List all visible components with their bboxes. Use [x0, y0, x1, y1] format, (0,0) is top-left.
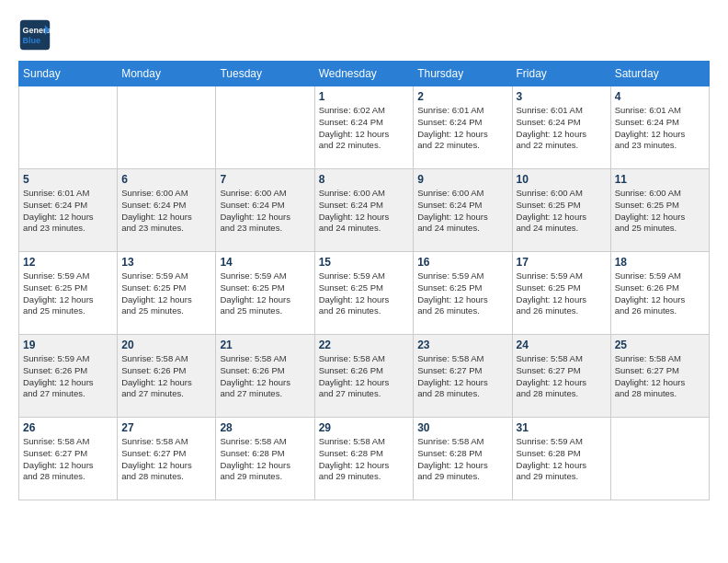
weekday-header-sunday: Sunday	[19, 62, 118, 86]
calendar-cell: 25Sunrise: 5:58 AM Sunset: 6:27 PM Dayli…	[610, 335, 709, 418]
calendar-cell: 5Sunrise: 6:01 AM Sunset: 6:24 PM Daylig…	[19, 169, 118, 252]
day-number: 3	[517, 90, 607, 103]
week-row-3: 12Sunrise: 5:59 AM Sunset: 6:25 PM Dayli…	[19, 252, 710, 335]
day-info: Sunrise: 5:59 AM Sunset: 6:26 PM Dayligh…	[615, 270, 705, 317]
calendar-cell: 23Sunrise: 5:58 AM Sunset: 6:27 PM Dayli…	[414, 335, 512, 418]
day-info: Sunrise: 5:58 AM Sunset: 6:27 PM Dayligh…	[417, 353, 507, 400]
day-number: 12	[23, 256, 113, 269]
calendar-cell: 8Sunrise: 6:00 AM Sunset: 6:24 PM Daylig…	[314, 169, 414, 252]
day-number: 30	[417, 421, 507, 434]
day-number: 10	[517, 173, 607, 186]
day-number: 31	[517, 421, 607, 434]
day-number: 26	[23, 421, 113, 434]
day-number: 18	[615, 256, 705, 269]
weekday-header-thursday: Thursday	[414, 62, 512, 86]
weekday-header-wednesday: Wednesday	[314, 62, 414, 86]
day-number: 4	[615, 90, 705, 103]
calendar-cell: 10Sunrise: 6:00 AM Sunset: 6:25 PM Dayli…	[512, 169, 610, 252]
calendar-cell: 7Sunrise: 6:00 AM Sunset: 6:24 PM Daylig…	[216, 169, 314, 252]
day-number: 9	[417, 173, 507, 186]
day-info: Sunrise: 6:00 AM Sunset: 6:25 PM Dayligh…	[517, 188, 607, 235]
calendar-cell: 11Sunrise: 6:00 AM Sunset: 6:25 PM Dayli…	[610, 169, 709, 252]
calendar-cell: 19Sunrise: 5:59 AM Sunset: 6:26 PM Dayli…	[19, 335, 118, 418]
calendar-cell: 31Sunrise: 5:59 AM Sunset: 6:28 PM Dayli…	[512, 418, 610, 500]
calendar-cell: 26Sunrise: 5:58 AM Sunset: 6:27 PM Dayli…	[19, 418, 118, 500]
day-number: 13	[121, 256, 211, 269]
weekday-header-saturday: Saturday	[610, 62, 709, 86]
calendar-cell: 21Sunrise: 5:58 AM Sunset: 6:26 PM Dayli…	[216, 335, 314, 418]
calendar-cell: 1Sunrise: 6:02 AM Sunset: 6:24 PM Daylig…	[314, 86, 414, 169]
day-number: 11	[615, 173, 705, 186]
day-number: 1	[319, 90, 410, 103]
week-row-2: 5Sunrise: 6:01 AM Sunset: 6:24 PM Daylig…	[19, 169, 710, 252]
calendar-cell: 30Sunrise: 5:58 AM Sunset: 6:28 PM Dayli…	[414, 418, 512, 500]
calendar-cell: 27Sunrise: 5:58 AM Sunset: 6:27 PM Dayli…	[118, 418, 216, 500]
day-info: Sunrise: 5:58 AM Sunset: 6:26 PM Dayligh…	[121, 353, 211, 400]
weekday-header-row: SundayMondayTuesdayWednesdayThursdayFrid…	[19, 62, 710, 86]
day-info: Sunrise: 5:58 AM Sunset: 6:28 PM Dayligh…	[319, 436, 410, 483]
calendar-cell: 2Sunrise: 6:01 AM Sunset: 6:24 PM Daylig…	[414, 86, 512, 169]
day-number: 17	[517, 256, 607, 269]
day-info: Sunrise: 6:00 AM Sunset: 6:24 PM Dayligh…	[417, 188, 507, 235]
day-info: Sunrise: 5:59 AM Sunset: 6:26 PM Dayligh…	[23, 353, 113, 400]
calendar-cell: 17Sunrise: 5:59 AM Sunset: 6:25 PM Dayli…	[512, 252, 610, 335]
day-info: Sunrise: 5:59 AM Sunset: 6:25 PM Dayligh…	[121, 270, 211, 317]
day-number: 16	[417, 256, 507, 269]
week-row-4: 19Sunrise: 5:59 AM Sunset: 6:26 PM Dayli…	[19, 335, 710, 418]
calendar: SundayMondayTuesdayWednesdayThursdayFrid…	[18, 61, 710, 500]
calendar-cell: 18Sunrise: 5:59 AM Sunset: 6:26 PM Dayli…	[610, 252, 709, 335]
calendar-cell	[19, 86, 118, 169]
day-info: Sunrise: 6:00 AM Sunset: 6:24 PM Dayligh…	[220, 188, 310, 235]
day-number: 28	[220, 421, 310, 434]
day-number: 23	[417, 339, 507, 351]
calendar-cell: 12Sunrise: 5:59 AM Sunset: 6:25 PM Dayli…	[19, 252, 118, 335]
calendar-cell: 13Sunrise: 5:59 AM Sunset: 6:25 PM Dayli…	[118, 252, 216, 335]
day-info: Sunrise: 5:59 AM Sunset: 6:25 PM Dayligh…	[220, 270, 310, 317]
calendar-cell: 24Sunrise: 5:58 AM Sunset: 6:27 PM Dayli…	[512, 335, 610, 418]
week-row-1: 1Sunrise: 6:02 AM Sunset: 6:24 PM Daylig…	[19, 86, 710, 169]
day-number: 24	[517, 339, 607, 351]
day-number: 21	[220, 339, 310, 351]
page-header: General Blue	[18, 18, 710, 52]
week-row-5: 26Sunrise: 5:58 AM Sunset: 6:27 PM Dayli…	[19, 418, 710, 500]
calendar-cell	[216, 86, 314, 169]
day-number: 19	[23, 339, 113, 351]
day-info: Sunrise: 5:59 AM Sunset: 6:25 PM Dayligh…	[417, 270, 507, 317]
calendar-cell: 29Sunrise: 5:58 AM Sunset: 6:28 PM Dayli…	[314, 418, 414, 500]
day-info: Sunrise: 5:59 AM Sunset: 6:25 PM Dayligh…	[23, 270, 113, 317]
calendar-cell	[118, 86, 216, 169]
logo-icon: General Blue	[18, 18, 51, 52]
calendar-cell: 20Sunrise: 5:58 AM Sunset: 6:26 PM Dayli…	[118, 335, 216, 418]
day-info: Sunrise: 6:00 AM Sunset: 6:25 PM Dayligh…	[615, 188, 705, 235]
day-number: 25	[615, 339, 705, 351]
calendar-cell: 15Sunrise: 5:59 AM Sunset: 6:25 PM Dayli…	[314, 252, 414, 335]
day-number: 22	[319, 339, 410, 351]
day-number: 27	[121, 421, 211, 434]
day-info: Sunrise: 6:01 AM Sunset: 6:24 PM Dayligh…	[23, 188, 113, 235]
day-number: 29	[319, 421, 410, 434]
day-info: Sunrise: 5:58 AM Sunset: 6:27 PM Dayligh…	[121, 436, 211, 483]
day-number: 15	[319, 256, 410, 269]
calendar-cell: 3Sunrise: 6:01 AM Sunset: 6:24 PM Daylig…	[512, 86, 610, 169]
day-info: Sunrise: 6:01 AM Sunset: 6:24 PM Dayligh…	[517, 105, 607, 152]
calendar-cell: 28Sunrise: 5:58 AM Sunset: 6:28 PM Dayli…	[216, 418, 314, 500]
day-number: 7	[220, 173, 310, 186]
svg-text:Blue: Blue	[23, 36, 41, 45]
day-info: Sunrise: 5:58 AM Sunset: 6:28 PM Dayligh…	[417, 436, 507, 483]
day-info: Sunrise: 5:58 AM Sunset: 6:27 PM Dayligh…	[517, 353, 607, 400]
day-info: Sunrise: 6:02 AM Sunset: 6:24 PM Dayligh…	[319, 105, 410, 152]
day-info: Sunrise: 6:01 AM Sunset: 6:24 PM Dayligh…	[417, 105, 507, 152]
weekday-header-friday: Friday	[512, 62, 610, 86]
day-info: Sunrise: 5:59 AM Sunset: 6:25 PM Dayligh…	[319, 270, 410, 317]
day-number: 6	[121, 173, 211, 186]
calendar-cell	[610, 418, 709, 500]
day-number: 5	[23, 173, 113, 186]
calendar-cell: 14Sunrise: 5:59 AM Sunset: 6:25 PM Dayli…	[216, 252, 314, 335]
day-number: 8	[319, 173, 410, 186]
day-info: Sunrise: 5:58 AM Sunset: 6:26 PM Dayligh…	[319, 353, 410, 400]
day-info: Sunrise: 5:58 AM Sunset: 6:26 PM Dayligh…	[220, 353, 310, 400]
day-info: Sunrise: 6:00 AM Sunset: 6:24 PM Dayligh…	[121, 188, 211, 235]
calendar-cell: 6Sunrise: 6:00 AM Sunset: 6:24 PM Daylig…	[118, 169, 216, 252]
calendar-cell: 9Sunrise: 6:00 AM Sunset: 6:24 PM Daylig…	[414, 169, 512, 252]
day-info: Sunrise: 5:58 AM Sunset: 6:27 PM Dayligh…	[615, 353, 705, 400]
